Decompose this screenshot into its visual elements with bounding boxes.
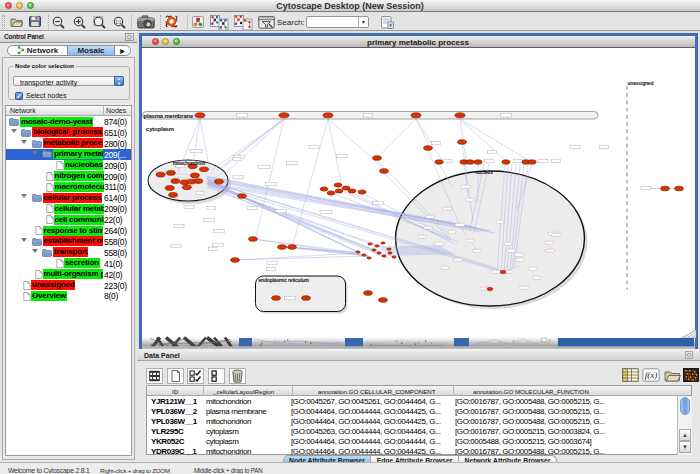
svg-text:f(x): f(x) [645,370,658,380]
svg-text:1:1: 1:1 [115,20,122,25]
